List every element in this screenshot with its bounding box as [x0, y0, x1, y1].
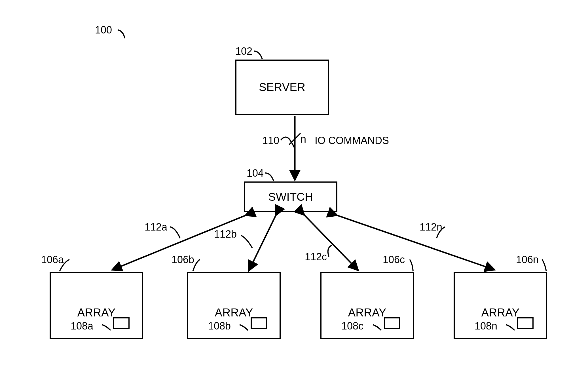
conn-112a-ref: 112a	[145, 221, 167, 233]
svg-line-2	[289, 133, 301, 145]
array-c-inner-box	[384, 317, 400, 329]
array-b-inner-ref: 108b	[208, 320, 231, 332]
figure-label: 100	[95, 24, 112, 36]
array-b-ref-text: 106b	[172, 254, 194, 265]
conn-112b-text: 112b	[214, 228, 237, 240]
conn-112n-ref: 112n	[420, 221, 442, 233]
array-a-ref-text: 106a	[41, 254, 64, 265]
conn-112a-text: 112a	[145, 221, 167, 233]
array-a-inner-text: 108a	[71, 320, 93, 332]
array-b-inner-box	[251, 317, 267, 329]
conn-n-label: n	[301, 133, 306, 145]
conn-n-text: n	[301, 133, 306, 145]
server-ref-text: 102	[235, 45, 252, 57]
array-a-box: ARRAY 108a	[50, 272, 143, 339]
switch-ref-text: 104	[247, 167, 264, 179]
array-c-inner-text: 108c	[341, 320, 363, 332]
array-c-label: ARRAY	[348, 306, 386, 319]
array-n-inner-text: 108n	[475, 320, 497, 332]
array-c-ref-text: 106c	[383, 254, 405, 265]
array-a-label: ARRAY	[77, 306, 116, 319]
array-n-ref: 106n	[516, 254, 539, 266]
conn-110-ref: 110	[262, 135, 279, 147]
server-box: SERVER	[235, 60, 329, 115]
array-n-box: ARRAY 108n	[454, 272, 547, 339]
switch-box: SWITCH	[244, 181, 337, 212]
array-c-box: ARRAY 108c	[320, 272, 414, 339]
array-n-ref-text: 106n	[516, 254, 539, 265]
switch-label: SWITCH	[268, 191, 313, 203]
svg-line-4	[249, 214, 276, 269]
io-commands-text: IO COMMANDS	[315, 135, 389, 146]
conn-112c-ref: 112c	[305, 251, 327, 263]
svg-line-6	[336, 215, 493, 269]
server-ref: 102	[235, 45, 252, 57]
array-b-label: ARRAY	[215, 306, 253, 319]
conn-112c-text: 112c	[305, 251, 327, 263]
switch-ref: 104	[247, 167, 264, 179]
conn-112b-ref: 112b	[214, 228, 237, 240]
io-commands-label: IO COMMANDS	[315, 135, 389, 147]
array-n-label: ARRAY	[481, 306, 520, 319]
figure-label-text: 100	[95, 24, 112, 36]
conn-112n-text: 112n	[420, 221, 442, 233]
array-c-ref: 106c	[383, 254, 405, 266]
array-b-inner-text: 108b	[208, 320, 231, 332]
array-n-inner-box	[517, 317, 534, 329]
array-b-ref: 106b	[172, 254, 194, 266]
array-c-inner-ref: 108c	[341, 320, 363, 332]
array-b-box: ARRAY 108b	[187, 272, 281, 339]
array-n-inner-ref: 108n	[475, 320, 497, 332]
array-a-inner-ref: 108a	[71, 320, 93, 332]
server-label: SERVER	[259, 81, 305, 94]
array-a-inner-box	[113, 317, 130, 329]
conn-110-text: 110	[262, 135, 279, 146]
array-a-ref: 106a	[41, 254, 64, 266]
